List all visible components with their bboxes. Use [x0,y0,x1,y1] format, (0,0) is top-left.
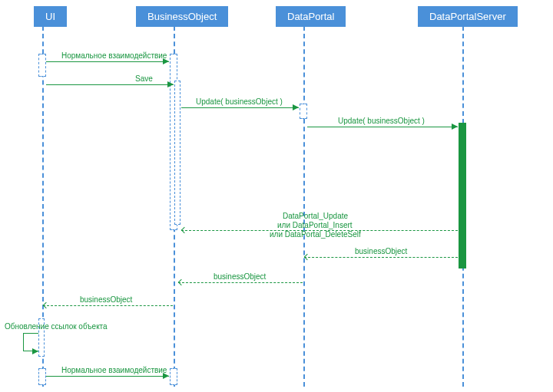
activation-bo-1b [174,81,180,225]
msg-r1b: или DataPortal_Insert [277,221,353,229]
actor-dataportal: DataPortal [276,6,346,27]
arrow-m1 [46,61,169,62]
msg-m1: Нормальное взаимодействие [61,51,167,60]
msg-m4: Update( businessObject ) [338,117,425,125]
arrow-m5 [46,376,169,377]
activation-ui-3 [38,368,46,385]
msg-r1a: DataPortal_Update [283,212,348,220]
msg-m2: Save [135,74,153,83]
msg-r1c: или DataPortal_DeleteSelf [270,230,361,239]
arrow-m3-head [293,104,299,110]
msg-r3: businessObject [214,272,266,281]
arrow-r3 [178,282,303,283]
msg-self1: Обновление ссылок объекта [5,322,108,331]
arrow-r3-head [178,279,184,285]
arrow-m2-head [167,81,174,87]
actor-businessobject: BusinessObject [136,6,228,27]
activation-bo-2 [170,368,177,385]
arrow-r2 [304,257,458,258]
msg-r4: businessObject [80,295,132,304]
msg-m3: Update( businessObject ) [196,97,283,106]
arrow-r4 [43,305,173,306]
arrow-m2 [46,84,174,85]
arrow-r1-head [181,227,187,233]
activation-dps-1 [459,123,466,268]
self-loop-head [32,348,38,354]
actor-dataportalserver: DataPortalServer [418,6,518,27]
arrow-m3 [181,107,299,108]
arrow-m4-head [452,124,458,130]
activation-ui-1 [38,54,46,77]
activation-dp-1 [300,104,307,119]
arrow-r4-head [43,302,49,308]
msg-m5: Нормальное взаимодействие [61,366,167,374]
actor-ui: UI [34,6,67,27]
arrow-m4 [307,127,458,127]
lifeline-dp [303,26,305,387]
msg-r2: businessObject [355,247,407,255]
arrow-r2-head [304,254,310,260]
